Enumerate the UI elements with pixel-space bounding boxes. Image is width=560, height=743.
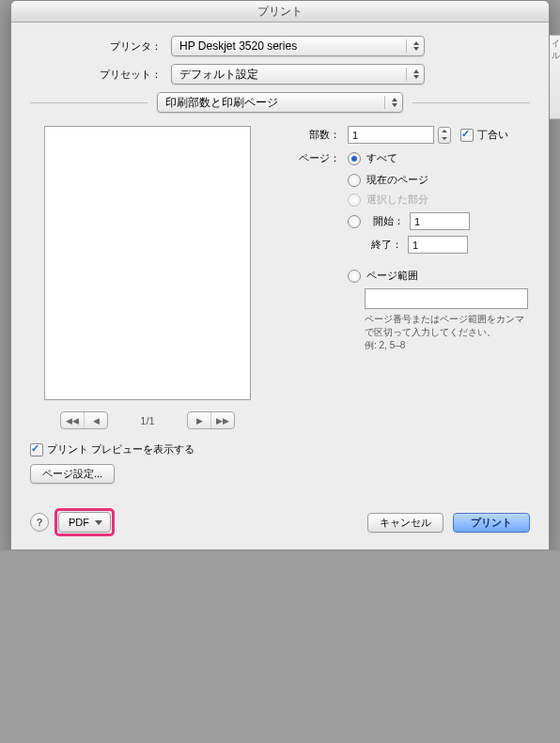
copies-label: 部数： <box>293 128 348 142</box>
copies-stepper[interactable] <box>438 127 451 144</box>
preset-select[interactable]: デフォルト設定 <box>171 64 425 85</box>
preset-label: プリセット： <box>30 68 171 82</box>
pages-selection-label: 選択した部分 <box>366 193 428 207</box>
pages-selection-radio <box>348 193 361 207</box>
print-button[interactable]: プリント <box>453 513 530 533</box>
divider <box>412 102 530 103</box>
pages-label: ページ： <box>293 151 348 165</box>
pages-all-radio[interactable] <box>348 152 361 165</box>
updown-icon <box>411 37 422 55</box>
show-preview-checkbox[interactable] <box>30 443 43 457</box>
updown-icon <box>411 65 422 84</box>
pages-range-label: ページ範囲 <box>366 269 418 283</box>
pages-current-label: 現在のページ <box>366 173 428 187</box>
pager-count: 1/1 <box>114 415 181 426</box>
cancel-button[interactable]: キャンセル <box>367 513 443 533</box>
pages-from-radio[interactable] <box>348 215 361 228</box>
pager-fwd-group: ▶ ▶▶ <box>187 411 235 429</box>
pages-current-radio[interactable] <box>348 174 361 187</box>
page-setup-button[interactable]: ページ設定... <box>30 464 115 484</box>
page-preview <box>44 126 251 400</box>
collate-checkbox[interactable] <box>460 129 474 142</box>
pager-back-group: ◀◀ ◀ <box>60 411 108 429</box>
pager-prev-button[interactable]: ◀ <box>85 412 107 428</box>
pages-from-label: 開始： <box>366 214 404 228</box>
divider <box>30 102 148 103</box>
window-titlebar: プリント <box>11 1 549 23</box>
print-dialog: イル プリント プリンタ： HP Deskjet 3520 series プリセ… <box>10 0 550 550</box>
pager-last-button[interactable]: ▶▶ <box>211 412 234 428</box>
printer-select[interactable]: HP Deskjet 3520 series <box>171 36 425 56</box>
pdf-menu-button[interactable]: PDF <box>58 512 111 533</box>
pages-range-input[interactable] <box>365 288 528 309</box>
collate-label: 丁合い <box>477 128 508 142</box>
pages-all-label: すべて <box>366 151 397 165</box>
pages-range-radio[interactable] <box>348 270 361 283</box>
pager-next-button[interactable]: ▶ <box>188 412 211 428</box>
printer-label: プリンタ： <box>30 39 171 54</box>
window-title: プリント <box>257 4 303 20</box>
updown-icon <box>389 93 400 112</box>
show-preview-label: プリント プレビューを表示する <box>47 442 194 457</box>
pager-first-button[interactable]: ◀◀ <box>61 412 85 428</box>
background-window-fragment: イル <box>550 35 560 119</box>
help-button[interactable]: ? <box>30 513 49 532</box>
triangle-down-icon <box>95 520 102 525</box>
pages-to-input[interactable] <box>408 236 468 254</box>
pages-from-input[interactable] <box>410 212 470 230</box>
copies-input[interactable] <box>348 126 434 144</box>
section-select[interactable]: 印刷部数と印刷ページ <box>157 92 403 113</box>
pages-range-hint: ページ番号またはページ範囲をカンマで区切って入力してください。 例: 2, 5–… <box>365 313 530 352</box>
pages-to-label: 終了： <box>365 238 402 252</box>
